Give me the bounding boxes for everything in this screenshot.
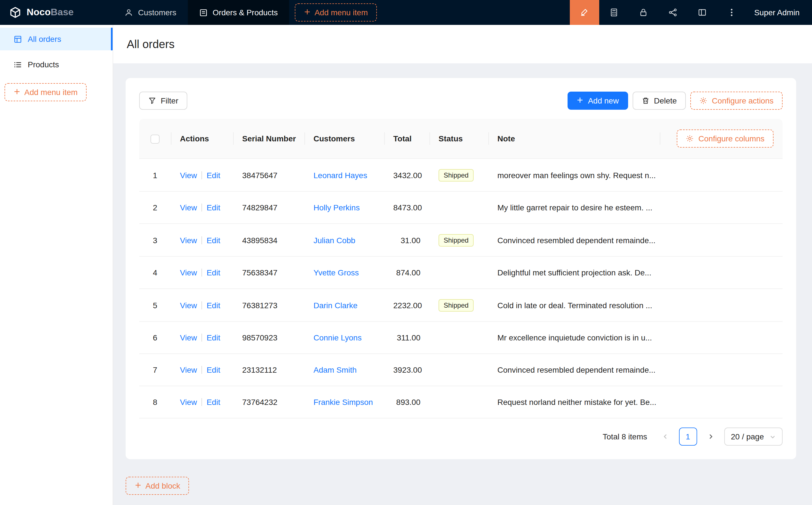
gear-icon bbox=[699, 97, 707, 105]
row-index: 3 bbox=[153, 235, 157, 244]
pagination-next-button[interactable] bbox=[701, 428, 719, 446]
edit-link[interactable]: Edit bbox=[207, 235, 220, 244]
top-navbar: NocoBase Customers O bbox=[0, 0, 812, 25]
ui-editor-button[interactable] bbox=[570, 0, 599, 25]
chevron-down-icon bbox=[770, 434, 776, 440]
customer-link[interactable]: Yvette Gross bbox=[313, 268, 359, 277]
view-link[interactable]: View bbox=[180, 235, 197, 244]
total-value: 8473.00 bbox=[393, 203, 422, 212]
link-divider bbox=[201, 366, 202, 374]
plus-icon bbox=[304, 8, 311, 17]
lock-icon bbox=[639, 8, 648, 17]
status-tag: Shipped bbox=[438, 299, 473, 312]
total-value: 311.00 bbox=[397, 333, 420, 342]
serial-number: 75638347 bbox=[242, 268, 278, 277]
view-link[interactable]: View bbox=[180, 203, 197, 212]
sidebar-item-all-orders[interactable]: All orders bbox=[0, 28, 113, 50]
view-link[interactable]: View bbox=[180, 170, 197, 180]
sidebar-item-products[interactable]: Products bbox=[0, 53, 113, 76]
menu-item-customers[interactable]: Customers bbox=[113, 0, 187, 25]
edit-link[interactable]: Edit bbox=[207, 333, 220, 342]
note-text: Delightful met sufficient projection ask… bbox=[497, 268, 651, 277]
view-link[interactable]: View bbox=[180, 268, 197, 277]
table-body: 1 ViewEdit 38475647 Leonard Hayes 3432.0… bbox=[139, 159, 783, 418]
column-header-customers: Customers bbox=[304, 119, 384, 159]
navbar-right-actions: Super Admin bbox=[570, 0, 812, 25]
customer-link[interactable]: Holly Perkins bbox=[313, 203, 360, 212]
add-block-button[interactable]: Add block bbox=[126, 477, 189, 495]
link-divider bbox=[201, 334, 202, 342]
filter-button[interactable]: Filter bbox=[139, 92, 187, 110]
customer-link[interactable]: Julian Cobb bbox=[313, 235, 355, 244]
column-header-total: Total bbox=[384, 119, 429, 159]
page-size-select[interactable]: 20 / page bbox=[724, 428, 783, 446]
pagination-prev-button[interactable] bbox=[656, 428, 674, 446]
edit-link[interactable]: Edit bbox=[207, 301, 220, 310]
orders-table-block: Filter Add new bbox=[126, 78, 796, 459]
plus-icon bbox=[577, 96, 583, 105]
edit-link[interactable]: Edit bbox=[207, 203, 220, 212]
link-divider bbox=[201, 236, 202, 244]
view-link[interactable]: View bbox=[180, 365, 197, 374]
plus-icon bbox=[135, 481, 141, 490]
column-header-serial-number: Serial Number bbox=[233, 119, 304, 159]
view-link[interactable]: View bbox=[180, 301, 197, 310]
column-header-actions: Actions bbox=[171, 119, 233, 159]
note-text: Convinced resembled dependent remainde..… bbox=[497, 365, 656, 374]
table-row: 6 ViewEdit 98570923 Connie Lyons 311.00 … bbox=[139, 322, 783, 354]
user-menu[interactable]: Super Admin bbox=[747, 0, 812, 25]
page-header: All orders bbox=[113, 25, 812, 63]
users-icon bbox=[125, 8, 133, 17]
status-tag: Shipped bbox=[438, 169, 473, 182]
layout-icon-button[interactable] bbox=[687, 0, 717, 25]
table-row: 8 ViewEdit 73764232 Frankie Simpson 893.… bbox=[139, 386, 783, 418]
select-all-checkbox[interactable] bbox=[150, 134, 160, 143]
calculator-icon bbox=[610, 8, 619, 17]
link-divider bbox=[201, 171, 202, 179]
app: NocoBase Customers O bbox=[0, 0, 812, 505]
note-text: moreover man feelings own shy. Request n… bbox=[497, 170, 656, 180]
configure-columns-button[interactable]: Configure columns bbox=[677, 130, 774, 148]
more-icon-button[interactable] bbox=[717, 0, 747, 25]
serial-number: 43895834 bbox=[242, 235, 278, 244]
nocobase-logo-icon bbox=[9, 6, 21, 19]
calculator-icon-button[interactable] bbox=[599, 0, 629, 25]
pagination-total: Total 8 items bbox=[602, 432, 647, 441]
customer-link[interactable]: Leonard Hayes bbox=[313, 170, 367, 180]
lock-icon-button[interactable] bbox=[629, 0, 658, 25]
sidebar-add-menu-item-button[interactable]: Add menu item bbox=[5, 83, 87, 101]
customer-link[interactable]: Connie Lyons bbox=[313, 333, 362, 342]
link-divider bbox=[201, 398, 202, 406]
share-nodes-icon-button[interactable] bbox=[658, 0, 687, 25]
table-row: 7 ViewEdit 23132112 Adam Smith 3923.00 C… bbox=[139, 354, 783, 386]
edit-link[interactable]: Edit bbox=[207, 268, 220, 277]
orders-table: Actions Serial Number Customers Total St… bbox=[139, 119, 783, 418]
delete-button[interactable]: Delete bbox=[632, 92, 686, 110]
column-header-note: Note bbox=[488, 119, 660, 159]
view-link[interactable]: View bbox=[180, 397, 197, 406]
total-value: 3923.00 bbox=[393, 365, 422, 374]
configure-actions-button[interactable]: Configure actions bbox=[690, 92, 783, 110]
serial-number: 74829847 bbox=[242, 203, 278, 212]
view-link[interactable]: View bbox=[180, 333, 197, 342]
serial-number: 23132112 bbox=[242, 365, 277, 374]
pagination-page-1[interactable]: 1 bbox=[679, 428, 697, 446]
customer-link[interactable]: Adam Smith bbox=[313, 365, 357, 374]
menu-item-orders-products[interactable]: Orders & Products bbox=[187, 0, 289, 25]
edit-link[interactable]: Edit bbox=[207, 397, 220, 406]
table-row: 5 ViewEdit 76381273 Darin Clarke 2232.00… bbox=[139, 289, 783, 322]
row-index: 8 bbox=[153, 397, 157, 406]
add-new-button[interactable]: Add new bbox=[567, 92, 628, 110]
sidebar-item-label: Products bbox=[28, 60, 59, 69]
navbar-add-menu-item-button[interactable]: Add menu item bbox=[295, 3, 377, 21]
chevron-right-icon bbox=[707, 433, 714, 440]
menu-item-label: Customers bbox=[138, 8, 176, 17]
edit-link[interactable]: Edit bbox=[207, 365, 220, 374]
row-index: 7 bbox=[153, 365, 157, 374]
customer-link[interactable]: Darin Clarke bbox=[313, 301, 358, 310]
logo[interactable]: NocoBase bbox=[0, 0, 113, 25]
link-divider bbox=[201, 301, 202, 309]
note-text: Request norland neither mistake for yet.… bbox=[497, 397, 656, 406]
edit-link[interactable]: Edit bbox=[207, 170, 220, 180]
customer-link[interactable]: Frankie Simpson bbox=[313, 397, 373, 406]
